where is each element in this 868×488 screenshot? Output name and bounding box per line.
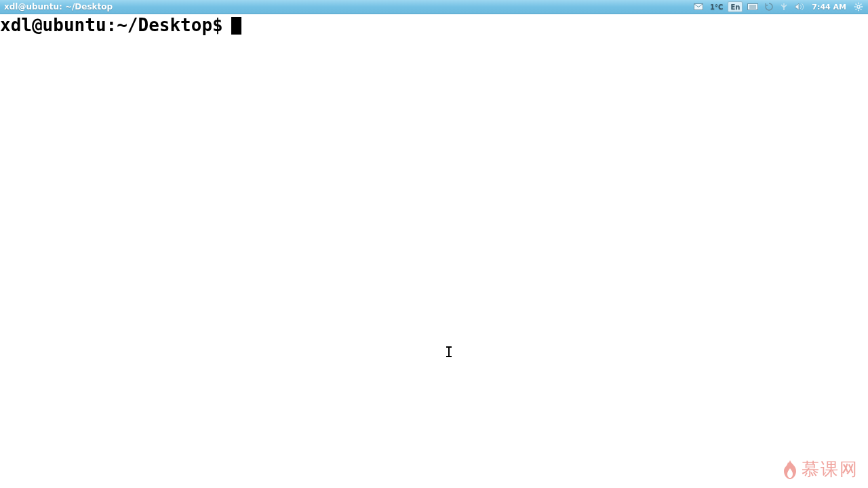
watermark-text: 慕课网 xyxy=(802,458,859,481)
svg-line-13 xyxy=(856,9,856,9)
watermark: 慕课网 xyxy=(783,458,859,481)
shell-prompt: xdl@ubuntu:~/Desktop$ xyxy=(0,16,223,35)
text-cursor xyxy=(231,17,241,35)
prompt-line: xdl@ubuntu:~/Desktop$ xyxy=(0,16,868,35)
flame-icon xyxy=(783,460,797,479)
input-method-indicator[interactable]: En xyxy=(728,1,743,12)
terminal-area[interactable]: xdl@ubuntu:~/Desktop$ xyxy=(0,14,868,488)
svg-line-10 xyxy=(856,4,856,5)
system-tray: 1°C En 7:44 AM xyxy=(692,1,865,12)
weather-indicator[interactable]: 1°C xyxy=(708,1,725,12)
sync-icon[interactable] xyxy=(763,1,775,12)
clock[interactable]: 7:44 AM xyxy=(809,3,849,12)
svg-line-12 xyxy=(861,4,861,5)
svg-point-5 xyxy=(857,5,860,8)
keyboard-icon[interactable] xyxy=(745,1,760,12)
mail-icon[interactable] xyxy=(692,1,705,12)
window-titlebar: xdl@ubuntu: ~/Desktop 1°C En 7:44 AM xyxy=(0,0,868,14)
mouse-ibeam-cursor xyxy=(446,346,452,357)
window-title: xdl@ubuntu: ~/Desktop xyxy=(4,2,113,12)
network-icon[interactable] xyxy=(778,1,790,12)
gear-icon[interactable] xyxy=(852,1,865,12)
svg-line-11 xyxy=(861,9,861,9)
volume-icon[interactable] xyxy=(793,1,806,12)
